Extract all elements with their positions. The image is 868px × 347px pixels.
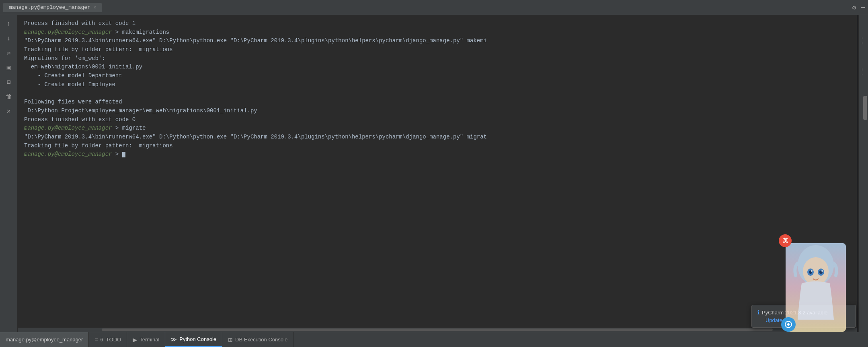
console-line-9: Following files were affected [24,98,850,107]
todo-tab[interactable]: ≡ 6: TODO [89,332,127,347]
console-line-14: Tracking file by folder pattern: migrati… [24,142,850,151]
python-console-tab[interactable]: ≫ Python Console [165,332,222,347]
terminal-tab[interactable]: ▶ Terminal [127,332,165,347]
console-area: Process finished with exit code 1 manage… [18,15,857,332]
delete-icon[interactable]: 🗑 [3,91,14,102]
console-line-8: - Create model Employee [24,81,850,89]
info-icon: ℹ [757,309,759,316]
vertical-scrollbar[interactable] [862,15,868,332]
cursor [122,152,125,157]
db-console-tab[interactable]: ⊞ DB Execution Console [222,332,293,347]
db-label: DB Execution Console [235,337,287,343]
badge-ban [781,317,796,332]
svg-point-6 [811,270,813,272]
console-line-5: Migrations for 'em_web': [24,54,850,63]
console-line-7: - Create model Department [24,72,850,81]
console-line-blank [24,89,850,98]
terminal-label: Terminal [140,337,159,343]
minimize-icon[interactable]: — [861,4,865,11]
scroll-up-icon[interactable]: ↑ [3,19,14,30]
svg-point-7 [821,270,823,272]
title-bar-right: ⚙ — [852,4,865,12]
print-icon[interactable]: ⊟ [3,76,14,88]
console-line-11: Process finished with exit code 0 [24,116,850,124]
scrollbar-thumb[interactable] [863,96,867,120]
console-line-1: Process finished with exit code 1 [24,19,850,28]
console-line-13: "D:\PyCharm 2019.3.4\bin\runnerw64.exe" … [24,133,850,142]
terminal-icon: ▶ [133,337,137,343]
badge-ying: 英 [779,234,792,247]
left-sidebar: ↑ ↓ ⇌ ▣ ⊟ 🗑 ✕ [0,15,18,332]
close-sidebar-icon[interactable]: ✕ [3,105,14,117]
anime-image [786,243,846,332]
svg-point-1 [803,257,829,285]
bottom-bar: manage.py@employee_manager ≡ 6: TODO ▶ T… [0,332,868,347]
console-line-12: manage.py@employee_manager > migrate [24,124,850,133]
title-tab[interactable]: manage.py@employee_manager × [3,3,102,12]
bottom-project-label: manage.py@employee_manager [0,332,89,347]
stop-icon[interactable]: ▣ [3,62,14,73]
console-line-3: "D:\PyCharm 2019.3.4\bin\runnerw64.exe" … [24,37,850,45]
console-line-2: manage.py@employee_manager > makemigrati… [24,28,850,37]
title-tab-label: manage.py@employee_manager [9,4,90,10]
title-bar: manage.py@employee_manager × ⚙ — [0,0,868,15]
svg-point-9 [787,323,790,326]
todo-icon: ≡ [94,337,98,343]
todo-label: 6: TODO [101,337,121,343]
python-icon: ≫ [171,336,177,343]
console-line-6: em_web\migrations\0001_initial.py [24,63,850,72]
console-line-10: D:\Python_Project\employee_manager\em_we… [24,107,850,116]
scrollbar-h-thumb[interactable] [102,328,773,331]
close-tab-icon[interactable]: × [94,5,96,10]
settings-icon[interactable]: ⚙ [852,4,856,12]
rerun-icon[interactable]: ⇌ [3,48,14,59]
db-icon: ⊞ [228,337,233,343]
scroll-down-icon[interactable]: ↓ [3,33,14,44]
console-line-4: Tracking file by folder pattern: migrati… [24,45,850,54]
console-line-15: manage.py@employee_manager > [24,150,850,159]
horizontal-scrollbar[interactable] [18,328,857,332]
python-console-label: Python Console [179,336,216,342]
